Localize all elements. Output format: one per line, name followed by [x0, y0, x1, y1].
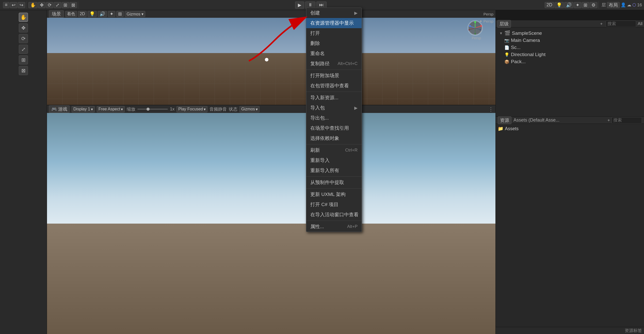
- hierarchy-panel: 层级 + All ▼ 🎬 SampleScene 📷 Main Camera 📄…: [495, 20, 644, 117]
- menu-item-更新-uxml-架构[interactable]: 更新 UXML 架构: [306, 189, 362, 199]
- scene-controls: 着色 2D 💡 🔊 ✦ ⊞ Gizmos ▾: [65, 11, 145, 17]
- gizmo-label: Persp: [468, 36, 485, 40]
- hand-tool[interactable]: ✋: [19, 13, 28, 22]
- menu-item-导入包[interactable]: 导入包▶: [306, 103, 362, 113]
- assets-search[interactable]: [611, 117, 642, 124]
- scale-label: 缩放: [127, 106, 135, 112]
- menu-item-复制路径[interactable]: 复制路径Alt+Ctrl+C: [306, 59, 362, 69]
- menu-item-label: 属性...: [310, 223, 324, 230]
- menu-item-label: 重新导入: [310, 157, 330, 164]
- redo-btn[interactable]: ↪: [18, 2, 25, 8]
- light-btn[interactable]: 💡: [555, 2, 564, 8]
- assets-folder-item[interactable]: 📁 Assets: [498, 126, 642, 131]
- 2d-btn[interactable]: 2D: [545, 2, 554, 8]
- transform-tool-btn[interactable]: ⊠: [70, 2, 77, 8]
- scene-light-btn[interactable]: 💡: [88, 11, 97, 17]
- gizmos-dropdown[interactable]: Gizmos ▾: [239, 106, 260, 112]
- assets-bottom-bar: 资源标签: [496, 327, 644, 334]
- scene-audio-btn[interactable]: 🔊: [98, 11, 107, 17]
- mute-audio-label[interactable]: 音频静音: [210, 106, 227, 112]
- menu-item-刷新[interactable]: 刷新Ctrl+R: [306, 145, 362, 155]
- hierarchy-item-dir-light[interactable]: 💡 Directional Light: [503, 51, 642, 58]
- menu-item-在场景中查找引用[interactable]: 在场景中查找引用: [306, 123, 362, 133]
- game-menu-btn[interactable]: ⋮: [488, 106, 493, 112]
- menu-item-删除[interactable]: 删除: [306, 38, 362, 48]
- scene-fx-btn[interactable]: ✦: [108, 11, 115, 17]
- hand-tool-btn[interactable]: ✋: [28, 2, 38, 8]
- menu-item-在包管理器中查看[interactable]: 在包管理器中查看: [306, 81, 362, 91]
- account-icon: 👤: [621, 2, 626, 8]
- menu-item-导出包...[interactable]: 导出包...: [306, 113, 362, 123]
- dir-light-label: Directional Light: [511, 52, 545, 57]
- menu-item-重新导入[interactable]: 重新导入: [306, 155, 362, 165]
- stats-label[interactable]: 状态: [229, 106, 237, 112]
- hierarchy-search[interactable]: [606, 21, 636, 27]
- menu-separator: [306, 92, 362, 92]
- menu-btn[interactable]: ≡: [3, 2, 9, 8]
- game-toolbar: 🎮 游戏 Display 1 ▾ Free Aspect ▾ 缩放 1x Pla…: [47, 105, 495, 113]
- hierarchy-item-scene[interactable]: ▼ 🎬 SampleScene: [498, 29, 642, 37]
- scale-slider[interactable]: [137, 109, 168, 110]
- assets-tab[interactable]: 资源: [498, 116, 511, 124]
- menu-item-打开-c#-项目[interactable]: 打开 C# 项目: [306, 199, 362, 210]
- menu-item-shortcut: Ctrl+R: [345, 148, 358, 153]
- rotate-tool[interactable]: ⟳: [19, 34, 28, 43]
- menu-item-label: 在导入活动窗口中查看: [310, 211, 359, 218]
- menu-item-label: 打开附加场景: [310, 72, 339, 79]
- menu-item-打开附加场景[interactable]: 打开附加场景: [306, 71, 362, 81]
- assets-add-btn[interactable]: +: [606, 117, 611, 123]
- context-menu: 创建▶在资源管理器中显示打开删除重命名复制路径Alt+Ctrl+C打开附加场景在…: [306, 8, 362, 232]
- audio-btn[interactable]: 🔊: [564, 2, 573, 8]
- scene-gizmos-btn[interactable]: Gizmos ▾: [125, 11, 145, 17]
- display-dropdown[interactable]: Display 1 ▾: [72, 106, 95, 112]
- move-tool[interactable]: ✥: [19, 23, 28, 32]
- menu-item-重新导入所有[interactable]: 重新导入所有: [306, 165, 362, 176]
- toolbar-group-view: 2D 💡 🔊 ✦ ⊞ ⚙: [544, 2, 599, 9]
- settings-btn[interactable]: ⚙: [590, 2, 597, 8]
- scene-shading-btn[interactable]: 着色: [65, 11, 77, 17]
- hierarchy-item-pack[interactable]: 📦 Pack...: [503, 58, 642, 65]
- aspect-dropdown[interactable]: Free Aspect ▾: [97, 106, 125, 112]
- scene-grid-btn[interactable]: ⊞: [116, 11, 124, 17]
- play-focused-dropdown[interactable]: Play Focused ▾: [176, 106, 207, 112]
- scale-tool-btn[interactable]: ⤢: [54, 2, 61, 8]
- menu-item-属性...[interactable]: 属性...Alt+P: [306, 222, 362, 232]
- rect-tool[interactable]: ⊞: [19, 55, 28, 64]
- sc-icon: 📄: [504, 45, 509, 50]
- menu-separator: [306, 221, 362, 221]
- scale-tool[interactable]: ⤢: [19, 45, 28, 54]
- hierarchy-item-sc[interactable]: 📄 Sc...: [503, 44, 642, 51]
- play-button[interactable]: ▶: [295, 2, 304, 9]
- menu-item-重命名[interactable]: 重命名: [306, 48, 362, 59]
- hierarchy-item-main-camera[interactable]: 📷 Main Camera: [503, 37, 642, 44]
- menu-item-从预制件中提取[interactable]: 从预制件中提取: [306, 177, 362, 188]
- game-tab[interactable]: 🎮 游戏: [49, 105, 70, 113]
- undo-btn[interactable]: ↩: [10, 2, 17, 8]
- scene-perspective-label: ✦ Persp: [479, 19, 493, 24]
- menu-separator: [306, 144, 362, 144]
- scene-tab[interactable]: 场景: [49, 10, 64, 18]
- rotate-tool-btn[interactable]: ⟳: [46, 2, 53, 8]
- menu-item-打开[interactable]: 打开: [306, 28, 362, 38]
- scene-view[interactable]: 场景 着色 2D 💡 🔊 ✦ ⊞ Gizmos ▾ Persp: [47, 10, 495, 105]
- menu-item-导入新资源...[interactable]: 导入新资源...: [306, 93, 362, 103]
- hierarchy-add-btn[interactable]: +: [599, 21, 604, 27]
- layer-label: 层: [602, 2, 606, 8]
- fx-btn[interactable]: ✦: [574, 2, 581, 8]
- aspect-label: Free Aspect: [99, 107, 120, 111]
- menu-item-label: 打开 C# 项目: [310, 201, 339, 208]
- menu-item-选择依赖对象[interactable]: 选择依赖对象: [306, 133, 362, 143]
- menu-item-创建[interactable]: 创建▶: [306, 8, 362, 18]
- move-tool-btn[interactable]: ✥: [38, 2, 45, 8]
- light-icon: 💡: [504, 52, 509, 57]
- game-view[interactable]: 🎮 游戏 Display 1 ▾ Free Aspect ▾ 缩放 1x Pla…: [47, 105, 495, 334]
- scene-ground: [47, 53, 495, 105]
- transform-tool[interactable]: ⊠: [19, 66, 28, 75]
- rect-tool-btn[interactable]: ⊞: [62, 2, 69, 8]
- scene-2d-btn[interactable]: 2D: [78, 11, 87, 17]
- hierarchy-tab[interactable]: 层级: [497, 20, 511, 28]
- menu-item-在导入活动窗口中查看[interactable]: 在导入活动窗口中查看: [306, 210, 362, 220]
- menu-item-在资源管理器中显示[interactable]: 在资源管理器中显示: [306, 18, 362, 28]
- layout-btn[interactable]: 布局: [607, 2, 620, 8]
- grid-btn[interactable]: ⊞: [582, 2, 589, 8]
